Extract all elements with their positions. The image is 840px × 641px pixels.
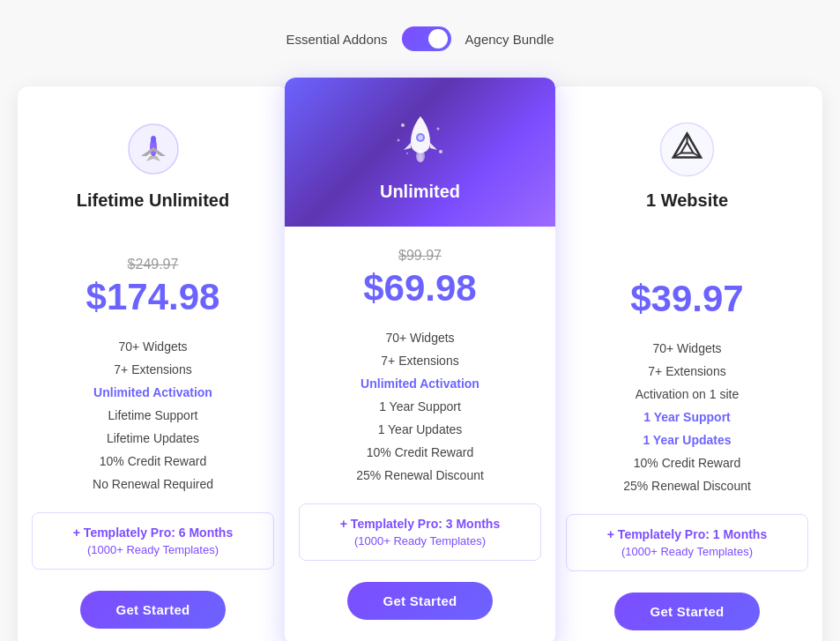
- feature-onesite-5: 10% Credit Reward: [634, 456, 740, 470]
- feature-lifetime-5: 10% Credit Reward: [100, 454, 206, 468]
- toggle-row: Essential Addons Agency Bundle: [286, 26, 554, 51]
- pricing-cards: Lifetime Unlimited $249.97 $174.98 70+ W…: [18, 86, 822, 641]
- templately-box-one-website: + Templately Pro: 1 Months (1000+ Ready …: [566, 514, 808, 571]
- card-price-lifetime: $249.97 $174.98: [18, 235, 288, 332]
- feature-lifetime-0: 70+ Widgets: [118, 339, 187, 354]
- toggle-label-left: Essential Addons: [286, 32, 388, 47]
- get-started-unlimited[interactable]: Get Started: [347, 582, 492, 620]
- feature-lifetime-6: No Renewal Required: [93, 477, 213, 491]
- feature-onesite-4: 1 Year Updates: [643, 433, 731, 447]
- card-header-one-website: 1 Website: [552, 86, 822, 235]
- templately-sub-lifetime: (1000+ Ready Templates): [43, 543, 263, 556]
- price-main-one-website: $39.97: [569, 257, 805, 320]
- toggle-switch[interactable]: [402, 26, 451, 51]
- templately-box-unlimited: + Templately Pro: 3 Months (1000+ Ready …: [299, 503, 541, 561]
- templately-sub-one-website: (1000+ Ready Templates): [577, 545, 797, 558]
- get-started-lifetime[interactable]: Get Started: [80, 591, 225, 629]
- card-footer-one-website: Get Started: [552, 578, 822, 641]
- plan-icon-one-website: [657, 118, 718, 180]
- feature-unlimited-2: Unlimited Activation: [361, 376, 479, 391]
- price-original-lifetime: $249.97: [35, 257, 271, 272]
- svg-point-6: [439, 150, 442, 153]
- feature-unlimited-4: 1 Year Updates: [378, 422, 463, 436]
- price-original-unlimited: $99.97: [302, 248, 538, 264]
- svg-point-3: [401, 123, 405, 127]
- feature-unlimited-1: 7+ Extensions: [381, 354, 458, 368]
- toggle-thumb: [428, 29, 448, 48]
- svg-point-2: [151, 136, 156, 143]
- feature-unlimited-3: 1 Year Support: [379, 399, 461, 414]
- feature-onesite-6: 25% Renewal Discount: [623, 479, 751, 493]
- feature-lifetime-3: Lifetime Support: [108, 408, 198, 422]
- templately-pro-one-website: + Templately Pro: 1 Months: [577, 527, 797, 541]
- feature-onesite-3: 1 Year Support: [643, 410, 731, 424]
- card-features-unlimited: 70+ Widgets 7+ Extensions Unlimited Acti…: [285, 324, 555, 496]
- card-header-lifetime: Lifetime Unlimited: [18, 86, 288, 235]
- feature-onesite-0: 70+ Widgets: [652, 341, 721, 355]
- card-features-lifetime: 70+ Widgets 7+ Extensions Unlimited Acti…: [18, 332, 288, 505]
- feature-lifetime-4: Lifetime Updates: [107, 431, 199, 445]
- svg-point-11: [418, 153, 423, 162]
- plan-name-unlimited: Unlimited: [380, 182, 460, 202]
- plan-name-one-website: 1 Website: [646, 190, 728, 211]
- svg-point-12: [661, 123, 714, 175]
- card-features-one-website: 70+ Widgets 7+ Extensions Activation on …: [552, 334, 822, 507]
- feature-lifetime-2: Unlimited Activation: [93, 385, 212, 399]
- feature-lifetime-1: 7+ Extensions: [114, 362, 191, 376]
- templately-box-lifetime: + Templately Pro: 6 Months (1000+ Ready …: [32, 512, 274, 570]
- plan-card-lifetime: Lifetime Unlimited $249.97 $174.98 70+ W…: [18, 86, 288, 641]
- price-main-unlimited: $69.98: [302, 267, 538, 309]
- feature-onesite-2: Activation on 1 site: [636, 387, 740, 401]
- plan-icon-unlimited: [390, 109, 451, 171]
- templately-sub-unlimited: (1000+ Ready Templates): [310, 534, 530, 548]
- card-footer-unlimited: Get Started: [285, 568, 555, 641]
- toggle-label-right: Agency Bundle: [465, 32, 554, 47]
- plan-card-one-website: 1 Website $39.97 70+ Widgets 7+ Extensio…: [552, 86, 822, 641]
- card-footer-lifetime: Get Started: [18, 577, 288, 641]
- card-header-unlimited: Unlimited: [285, 78, 555, 227]
- feature-onesite-1: 7+ Extensions: [648, 364, 725, 378]
- get-started-one-website[interactable]: Get Started: [614, 593, 759, 630]
- card-price-unlimited: $99.97 $69.98: [285, 227, 555, 324]
- svg-point-9: [418, 135, 423, 140]
- svg-point-4: [436, 128, 439, 130]
- feature-unlimited-0: 70+ Widgets: [385, 331, 454, 345]
- feature-unlimited-5: 10% Credit Reward: [367, 445, 473, 459]
- svg-point-5: [406, 153, 408, 154]
- plan-icon-lifetime: [123, 118, 184, 180]
- price-main-lifetime: $174.98: [35, 276, 271, 318]
- plan-card-unlimited: Unlimited $99.97 $69.98 70+ Widgets 7+ E…: [285, 78, 555, 641]
- feature-unlimited-6: 25% Renewal Discount: [356, 468, 484, 482]
- plan-name-lifetime: Lifetime Unlimited: [77, 190, 229, 211]
- card-price-one-website: $39.97: [552, 235, 822, 334]
- templately-pro-unlimited: + Templately Pro: 3 Months: [310, 517, 530, 531]
- templately-pro-lifetime: + Templately Pro: 6 Months: [43, 525, 263, 540]
- svg-point-7: [397, 139, 399, 142]
